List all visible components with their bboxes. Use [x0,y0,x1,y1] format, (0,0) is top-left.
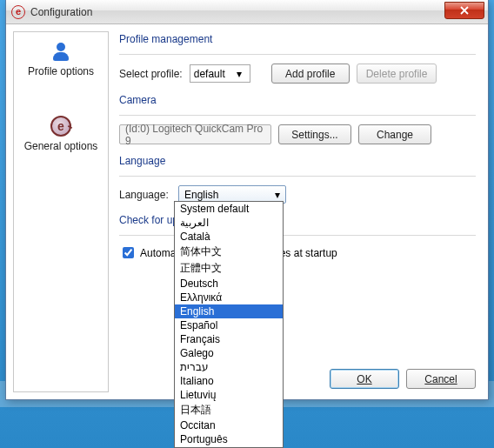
window-title: Configuration [30,6,444,18]
language-option[interactable]: System default [175,202,283,216]
group-title: Language [119,155,476,167]
general-icon [50,116,71,137]
chevron-down-icon: ▾ [270,188,284,201]
language-option[interactable]: עברית [175,360,283,374]
language-option[interactable]: 日本語 [175,402,283,418]
close-button[interactable] [444,2,484,19]
profile-select[interactable]: default ▾ [190,64,250,83]
language-option[interactable]: Galego [175,346,283,360]
language-option[interactable]: English [175,304,283,318]
language-option[interactable]: Deutsch [175,277,283,291]
language-option[interactable]: Ελληνικά [175,291,283,304]
language-dropdown[interactable]: System defaultالعربيةCatalà简体中文正體中文Deuts… [174,201,284,448]
group-updates: Check for updates Automati tes at startu… [119,214,476,261]
select-profile-label: Select profile: [119,68,183,80]
group-title: Check for updates [119,214,476,226]
camera-settings-button[interactable]: Settings... [278,124,351,144]
profile-select-value: default [194,68,225,80]
sidebar-item-label: Profile options [17,65,104,77]
delete-profile-button: Delete profile [357,64,437,84]
titlebar: Configuration [6,0,488,24]
language-option[interactable]: العربية [175,216,283,230]
language-option[interactable]: Français [175,332,283,346]
language-option[interactable]: Català [175,230,283,244]
cancel-button[interactable]: Cancel [406,369,476,389]
camera-device-field: (Id:0) Logitech QuickCam Pro 9 [119,124,271,144]
language-select-value: English [184,189,218,201]
language-option[interactable]: Español [175,318,283,332]
sidebar: Profile options General options [13,31,109,392]
language-option[interactable]: Lietuvių [175,388,283,402]
language-label: Language: [119,189,171,201]
group-title: Camera [119,94,476,106]
sidebar-item-profile-options[interactable]: Profile options [14,32,108,84]
chevron-down-icon: ▾ [232,68,246,80]
sidebar-item-label: General options [17,140,104,152]
add-profile-button[interactable]: Add profile [271,64,350,84]
ok-button[interactable]: OK [330,369,399,389]
group-camera: Camera (Id:0) Logitech QuickCam Pro 9 Se… [119,94,476,144]
group-profile-management: Profile management Select profile: defau… [119,33,476,84]
language-option[interactable]: 正體中文 [175,260,283,277]
person-icon [51,43,70,62]
auto-update-checkbox[interactable] [123,247,134,258]
auto-update-label-after: tes at startup [277,247,337,259]
language-option[interactable]: Português [175,432,283,446]
dialog-footer: OK Cancel [330,369,476,389]
close-icon [460,6,469,15]
group-language: Language Language: English ▾ [119,155,476,204]
language-option[interactable]: Occitan [175,418,283,432]
main-panel: Profile management Select profile: defau… [109,24,488,399]
group-title: Profile management [119,33,476,45]
language-option[interactable]: Italiano [175,374,283,388]
camera-change-button[interactable]: Change [358,124,431,144]
language-option[interactable]: 简体中文 [175,244,283,260]
sidebar-item-general-options[interactable]: General options [14,105,108,159]
app-icon [11,5,25,19]
